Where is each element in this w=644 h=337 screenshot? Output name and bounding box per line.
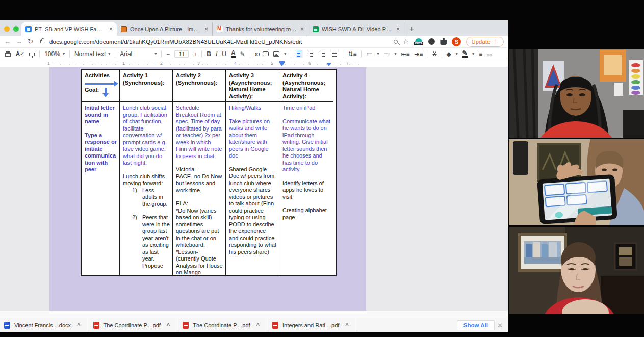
tab-title: PT- SB and VP WISH Family S	[35, 26, 106, 32]
pdf-file-icon	[183, 322, 189, 329]
activity3-text: Hiking/Walks	[229, 105, 276, 112]
decrease-font-size-button[interactable]: −	[166, 51, 170, 57]
maximize-window-button[interactable]	[13, 26, 19, 32]
font-select[interactable]: Arial ▾	[120, 50, 157, 58]
table-cell-activity3[interactable]: Hiking/Walks Take pictures on walks and …	[226, 102, 279, 275]
minimize-window-button[interactable]	[4, 26, 10, 32]
tab-docs-active[interactable]: PT- SB and VP WISH Family S ×	[21, 22, 117, 36]
highlight-color-icon[interactable]: ✎	[240, 51, 245, 57]
border-dash-icon[interactable]: ⚏	[487, 51, 493, 57]
chevron-up-icon[interactable]: ^	[345, 322, 348, 328]
activity2-text: ELA:	[176, 200, 223, 208]
underline-button[interactable]: U	[222, 51, 226, 57]
reload-icon[interactable]: ↻	[28, 38, 33, 45]
url-text[interactable]: docs.google.com/document/d/1kahKQy01RmMU…	[49, 39, 389, 45]
align-right-button[interactable]	[319, 50, 326, 58]
table-header-activity4[interactable]: Activity 4 (Asynchronous; Natural Home A…	[279, 70, 333, 102]
close-tab-icon[interactable]: ×	[109, 25, 113, 33]
paragraph-style-select[interactable]: Normal text ▾	[74, 50, 110, 58]
activity4-text: Communicate what he wants to do on iPad …	[282, 118, 331, 173]
forward-icon[interactable]: →	[16, 38, 22, 45]
chevron-down-icon: ▾	[456, 51, 458, 56]
decrease-indent-icon[interactable]: ⇤≡	[401, 51, 409, 57]
table-cell-activity4[interactable]: Time on iPad Communicate what he wants t…	[279, 102, 333, 275]
participant-video-1[interactable]	[509, 49, 644, 138]
fill-color-icon[interactable]: ◆	[447, 51, 451, 57]
table-header-activities-goal[interactable]: Activities Goal:	[82, 70, 120, 102]
tab-sheets[interactable]: WISH SWD & DL Video Projec ×	[308, 22, 404, 36]
document-page[interactable]: Activities Goal: Activity 1 (Synchronous…	[49, 67, 366, 311]
italic-button[interactable]: I	[216, 51, 217, 57]
close-tab-icon[interactable]: ×	[396, 25, 400, 33]
participant-video-2[interactable]	[509, 139, 644, 225]
back-icon[interactable]: ←	[4, 38, 11, 45]
align-justify-button[interactable]	[331, 50, 338, 58]
align-center-button[interactable]	[307, 50, 315, 58]
window-controls[interactable]	[4, 26, 19, 32]
line-spacing-icon[interactable]: ⇅≡	[348, 51, 356, 57]
profile-avatar[interactable]: S	[452, 37, 461, 46]
table-cell-activity1[interactable]: Lunch club social group. Facilitation of…	[120, 102, 173, 275]
ruler-number: 5	[271, 61, 273, 66]
activity2-text: Victoria-	[176, 166, 223, 173]
text-color-button[interactable]: A	[231, 50, 236, 58]
font-size-field[interactable]: 11	[174, 50, 189, 58]
chevron-down-icon: ▾	[154, 51, 157, 56]
chevron-up-icon[interactable]: ^	[256, 322, 260, 328]
table-cell-activity2[interactable]: Schedule Breakout Room at spec. Time of …	[173, 102, 226, 275]
extension-icon[interactable]	[428, 38, 435, 45]
bulleted-list-icon[interactable]: ≕	[383, 51, 390, 57]
indent-marker[interactable]	[279, 63, 285, 66]
new-tab-button[interactable]: +	[409, 24, 414, 33]
docs-ruler[interactable]: 1 1 2 3 4 5 6 7	[0, 60, 508, 67]
download-item[interactable]: Vincent Francis....docx ^	[0, 318, 89, 332]
show-all-downloads-button[interactable]: Show All	[457, 320, 495, 330]
download-item[interactable]: The Coordinate P....pdf ^	[178, 318, 268, 332]
video-call-stage: PT- SB and VP WISH Family S × Once Upon …	[0, 0, 644, 337]
paint-format-icon[interactable]	[29, 53, 35, 56]
close-tab-icon[interactable]: ×	[300, 25, 304, 33]
indent-marker[interactable]	[326, 63, 331, 66]
table-header-activity1[interactable]: Activity 1 (Synchronous):	[120, 70, 173, 102]
zoom-select[interactable]: 100% ▾	[44, 50, 65, 58]
increase-font-size-button[interactable]: +	[193, 51, 197, 57]
numbered-list-icon[interactable]: ≔	[366, 51, 372, 57]
add-comment-icon[interactable]	[263, 51, 269, 56]
insert-image-icon[interactable]	[273, 51, 279, 57]
print-icon[interactable]	[5, 53, 11, 57]
increase-indent-icon[interactable]: ⇥≡	[415, 51, 423, 57]
chevron-up-icon[interactable]: ^	[167, 322, 170, 328]
insert-link-icon[interactable]: co	[255, 51, 259, 57]
close-tab-icon[interactable]: ×	[204, 25, 208, 33]
close-downloads-bar-icon[interactable]: ✕	[497, 322, 503, 329]
tab-once-upon-a-picture[interactable]: Once Upon A Picture - Image ×	[117, 22, 213, 36]
border-color-icon[interactable]: ✎	[462, 50, 468, 58]
search-icon[interactable]	[394, 40, 398, 44]
list-number: 2)	[132, 214, 142, 269]
chevron-up-icon[interactable]: ^	[77, 322, 80, 328]
align-left-button[interactable]	[296, 50, 303, 58]
activities-table[interactable]: Activities Goal: Activity 1 (Synchronous…	[81, 69, 337, 276]
border-width-icon[interactable]: ≡	[479, 51, 482, 57]
table-header-activity3[interactable]: Activity 3 (Asynchronous; Natural Home A…	[226, 70, 279, 102]
table-header-activity2[interactable]: Activity 2 (Synchronous):	[173, 70, 226, 102]
activity2-text: *Lesson- (currently Quote Analysis for H…	[176, 249, 223, 276]
toolbar-divider	[428, 50, 428, 58]
bold-button[interactable]: B	[207, 51, 211, 57]
clear-formatting-icon[interactable]: X	[433, 51, 437, 57]
chrome-update-button[interactable]: Update ⋮	[466, 37, 504, 47]
list-number: 1)	[132, 187, 142, 208]
participant-video-3[interactable]	[509, 227, 644, 314]
download-item[interactable]: The Coordinate P....pdf ^	[89, 318, 179, 332]
chevron-down-icon: ▾	[284, 51, 286, 56]
bookmark-star-icon[interactable]: ☆	[403, 38, 409, 45]
table-cell-goal[interactable]: Initial letter sound in name Type a resp…	[82, 102, 120, 275]
gmail-icon	[217, 26, 223, 32]
arrow-down-icon	[105, 88, 107, 94]
download-item[interactable]: Integers and Rati....pdf ^	[268, 318, 357, 332]
tab-gmail[interactable]: Thanks for volunteering to be ×	[213, 22, 308, 36]
beta-extension-icon[interactable]: BETA	[414, 38, 424, 45]
arrow-right-icon	[85, 83, 114, 85]
spellcheck-icon[interactable]: A✓	[16, 50, 24, 57]
extensions-puzzle-icon[interactable]	[440, 38, 447, 45]
